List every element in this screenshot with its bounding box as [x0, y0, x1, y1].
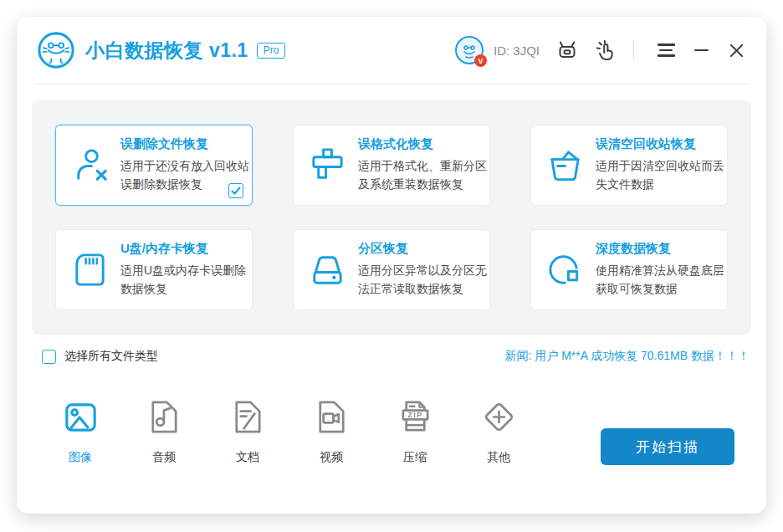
app-window: 小白数据恢复 v1.1 Pro V ID: 3JQI: [17, 17, 766, 514]
start-scan-button[interactable]: 开始扫描: [601, 428, 734, 465]
app-title: 小白数据恢复 v1.1: [85, 38, 248, 64]
title-bar: 小白数据恢复 v1.1 Pro V ID: 3JQI: [17, 17, 766, 84]
app-logo-icon: [37, 31, 75, 69]
select-all-label: 选择所有文件类型: [64, 349, 158, 364]
options-row: 选择所有文件类型 新闻: 用户 M**A 成功恢复 70.61MB 数据！！！: [42, 349, 750, 364]
card-desc: 适用U盘或内存卡误删除数据恢复: [120, 262, 251, 298]
card-title: 误清空回收站恢复: [596, 136, 726, 152]
user-avatar[interactable]: V: [455, 36, 484, 64]
other-file-icon: [479, 397, 519, 437]
robot-assistant-icon[interactable]: [556, 39, 578, 61]
select-all-checkbox[interactable]: [42, 350, 56, 364]
minimize-button[interactable]: [691, 40, 711, 60]
card-title: 误删除文件恢复: [120, 136, 251, 152]
file-type-label: 音频: [152, 450, 176, 465]
card-desc: 适用于格式化、重新分区及系统重装数据恢复: [358, 157, 489, 193]
menu-button[interactable]: [656, 40, 676, 60]
card-deleted-file-recovery[interactable]: 误删除文件恢复 适用于还没有放入回收站误删除数据恢复: [55, 125, 253, 206]
card-deep-recovery[interactable]: 深度数据恢复 使用精准算法从硬盘底层获取可恢复数据: [530, 229, 728, 310]
card-title: 误格式化恢复: [358, 136, 489, 152]
deep-scan-icon: [545, 250, 585, 289]
close-button[interactable]: [726, 40, 746, 60]
file-type-image[interactable]: 图像: [38, 397, 122, 465]
user-delete-icon: [70, 146, 110, 185]
file-type-label: 文档: [236, 450, 259, 465]
hard-drive-icon: [308, 250, 347, 289]
card-title: 分区恢复: [358, 241, 489, 257]
file-type-other[interactable]: 其他: [457, 397, 540, 465]
video-file-icon: [312, 397, 351, 437]
format-brush-icon: [308, 146, 347, 185]
user-id-label: ID: 3JQI: [494, 43, 540, 58]
recycle-bin-minus-icon: [545, 146, 585, 185]
file-type-document[interactable]: 文档: [206, 397, 289, 465]
document-file-icon: [228, 397, 268, 437]
card-title: 深度数据恢复: [596, 241, 726, 257]
audio-file-icon: [145, 397, 184, 437]
svg-text:ZIP: ZIP: [407, 411, 422, 419]
card-partition-recovery[interactable]: 分区恢复 适用分区异常以及分区无法正常读取数据恢复: [293, 229, 490, 310]
card-checkbox-checked[interactable]: [228, 183, 243, 198]
file-type-video[interactable]: 视频: [289, 397, 373, 465]
card-title: U盘/内存卡恢复: [120, 241, 251, 257]
card-format-recovery[interactable]: 误格式化恢复 适用于格式化、重新分区及系统重装数据恢复: [293, 125, 490, 206]
file-type-archive[interactable]: ZIP 压缩: [373, 397, 457, 465]
card-recycle-bin-recovery[interactable]: 误清空回收站恢复 适用于因清空回收站而丢失文件数据: [530, 125, 728, 206]
image-file-icon: [61, 397, 100, 437]
vip-badge: V: [474, 54, 487, 67]
file-type-label: 其他: [487, 450, 510, 465]
header-separator: [633, 40, 634, 60]
news-ticker: 新闻: 用户 M**A 成功恢复 70.61MB 数据！！！: [505, 349, 750, 364]
card-desc: 使用精准算法从硬盘底层获取可恢复数据: [596, 262, 726, 298]
card-usb-sdcard-recovery[interactable]: U盘/内存卡恢复 适用U盘或内存卡误删除数据恢复: [55, 229, 253, 310]
header-divider: [33, 84, 750, 84]
card-desc: 适用于因清空回收站而丢失文件数据: [596, 157, 726, 193]
sd-card-icon: [70, 250, 110, 289]
file-type-label: 视频: [320, 450, 343, 465]
hand-click-icon[interactable]: [595, 39, 617, 61]
file-type-label: 压缩: [403, 450, 427, 465]
recovery-modes-panel: 误删除文件恢复 适用于还没有放入回收站误删除数据恢复 误格式化恢复 适用于格式化…: [32, 100, 751, 335]
file-type-audio[interactable]: 音频: [122, 397, 206, 465]
file-type-label: 图像: [69, 450, 92, 465]
pro-badge: Pro: [257, 43, 286, 59]
zip-file-icon: ZIP: [396, 397, 435, 437]
card-desc: 适用分区异常以及分区无法正常读取数据恢复: [358, 262, 489, 298]
